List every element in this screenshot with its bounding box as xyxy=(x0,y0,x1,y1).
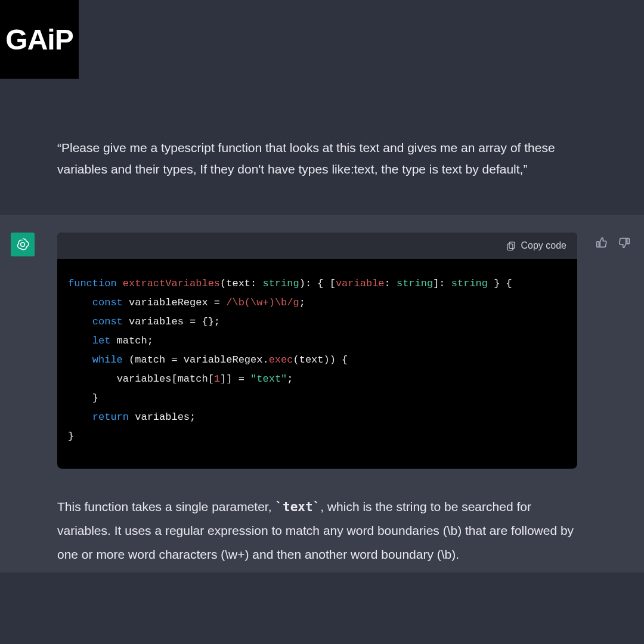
thumbs-up-icon xyxy=(595,236,608,249)
code-content: function extractVariables(text: string):… xyxy=(57,259,577,469)
code-block: Copy code function extractVariables(text… xyxy=(57,233,577,469)
brand-logo: GAiP xyxy=(0,0,79,79)
user-message: “Please give me a typescript function th… xyxy=(0,137,644,215)
clipboard-icon xyxy=(506,240,516,251)
assistant-message: Copy code function extractVariables(text… xyxy=(0,215,644,572)
feedback-buttons xyxy=(595,236,631,252)
thumbs-down-button[interactable] xyxy=(618,236,631,252)
inline-code-text: `text` xyxy=(275,500,320,514)
bottom-spacer xyxy=(0,572,644,644)
svg-rect-1 xyxy=(509,242,515,249)
openai-logo-icon xyxy=(15,237,30,252)
user-message-text: “Please give me a typescript function th… xyxy=(57,137,587,180)
explain-pre: This function takes a single parameter, xyxy=(57,500,275,513)
brand-logo-text: GAiP xyxy=(5,23,73,56)
thumbs-down-icon xyxy=(618,236,631,249)
copy-code-button[interactable]: Copy code xyxy=(506,240,567,251)
copy-code-label: Copy code xyxy=(521,240,567,251)
svg-rect-2 xyxy=(507,244,513,250)
assistant-avatar xyxy=(11,233,35,256)
code-block-header: Copy code xyxy=(57,233,577,259)
thumbs-up-button[interactable] xyxy=(595,236,608,252)
svg-point-0 xyxy=(21,243,25,247)
assistant-explanation: This function takes a single parameter, … xyxy=(57,495,577,566)
